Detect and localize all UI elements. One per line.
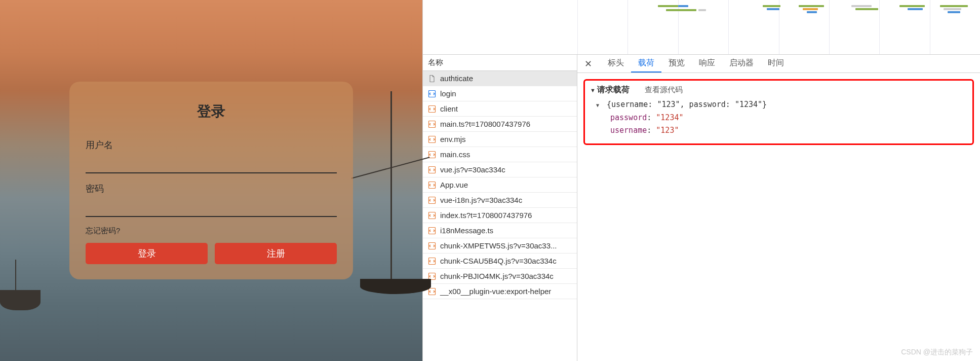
request-row[interactable]: i18nMessage.ts bbox=[423, 223, 577, 238]
request-name: vue-i18n.js?v=30ac334c bbox=[440, 196, 522, 204]
detail-tab[interactable]: 预览 bbox=[661, 55, 692, 73]
request-row[interactable]: chunk-XMPETW5S.js?v=30ac33... bbox=[423, 238, 577, 254]
request-rows: authticateloginclientmain.ts?t=170800743… bbox=[423, 71, 577, 361]
request-name: App.vue bbox=[440, 181, 468, 189]
js-file-icon bbox=[428, 120, 436, 128]
login-card: 登录 用户名 密码 忘记密码? 登录 注册 bbox=[69, 82, 353, 279]
network-request-list: 名称 authticateloginclientmain.ts?t=170800… bbox=[423, 55, 577, 361]
detail-tab[interactable]: 启动器 bbox=[722, 55, 761, 73]
request-name: chunk-XMPETW5S.js?v=30ac33... bbox=[440, 241, 557, 250]
request-row[interactable]: vue-i18n.js?v=30ac334c bbox=[423, 193, 577, 208]
login-page: 登录 用户名 密码 忘记密码? 登录 注册 bbox=[0, 0, 422, 361]
js-file-icon bbox=[428, 166, 436, 174]
request-row[interactable]: login bbox=[423, 86, 577, 101]
payload-highlight: 请求载荷 查看源代码 {username: "123", password: "… bbox=[583, 79, 974, 145]
username-input[interactable] bbox=[86, 157, 337, 173]
request-row[interactable]: __x00__plugin-vue:export-helper bbox=[423, 284, 577, 299]
button-row: 登录 注册 bbox=[86, 243, 337, 264]
js-file-icon bbox=[428, 242, 436, 250]
password-label: 密码 bbox=[86, 183, 337, 195]
js-file-icon bbox=[428, 257, 436, 265]
request-name: chunk-PBJIO4MK.js?v=30ac334c bbox=[440, 272, 554, 280]
detail-tabs: ✕ 标头载荷预览响应启动器时间 bbox=[577, 55, 980, 73]
password-group: 密码 bbox=[86, 183, 337, 217]
request-row[interactable]: vue.js?v=30ac334c bbox=[423, 162, 577, 177]
payload-property[interactable]: username: "123" bbox=[610, 124, 967, 137]
request-row[interactable]: env.mjs bbox=[423, 132, 577, 147]
request-name: login bbox=[440, 89, 456, 98]
view-source-link[interactable]: 查看源代码 bbox=[645, 85, 683, 95]
js-file-icon bbox=[428, 196, 436, 204]
request-name: chunk-CSAU5B4Q.js?v=30ac334c bbox=[440, 257, 557, 265]
detail-tab[interactable]: 标头 bbox=[601, 55, 631, 73]
devtools-body: 名称 authticateloginclientmain.ts?t=170800… bbox=[423, 55, 980, 361]
js-file-icon bbox=[428, 227, 436, 235]
request-name: __x00__plugin-vue:export-helper bbox=[440, 287, 551, 296]
payload-section-title[interactable]: 请求载荷 bbox=[590, 85, 630, 95]
payload-summary: {username: "123", password: "1234"} bbox=[607, 100, 767, 109]
request-detail-panel: ✕ 标头载荷预览响应启动器时间 请求载荷 查看源代码 {username: "1… bbox=[577, 55, 980, 361]
decorative-sailboat bbox=[390, 91, 392, 294]
request-row[interactable]: client bbox=[423, 101, 577, 117]
username-group: 用户名 bbox=[86, 139, 337, 173]
login-title: 登录 bbox=[86, 102, 337, 121]
request-row[interactable]: main.ts?t=1708007437976 bbox=[423, 117, 577, 132]
js-file-icon bbox=[428, 135, 436, 143]
forgot-password-link[interactable]: 忘记密码? bbox=[86, 226, 337, 236]
payload-property[interactable]: password: "1234" bbox=[610, 112, 967, 125]
detail-tab[interactable]: 时间 bbox=[761, 55, 791, 73]
detail-tab[interactable]: 响应 bbox=[692, 55, 722, 73]
request-name: main.css bbox=[440, 150, 470, 159]
doc-file-icon bbox=[428, 75, 436, 83]
detail-tab[interactable]: 载荷 bbox=[631, 55, 661, 73]
js-file-icon bbox=[428, 211, 436, 220]
payload-properties: password: "1234"username: "123" bbox=[596, 112, 967, 137]
request-name: i18nMessage.ts bbox=[440, 226, 493, 235]
payload-content: 请求载荷 查看源代码 {username: "123", password: "… bbox=[577, 73, 980, 361]
request-name: main.ts?t=1708007437976 bbox=[440, 120, 530, 128]
js-file-icon bbox=[428, 105, 436, 113]
close-icon[interactable]: ✕ bbox=[577, 58, 599, 69]
password-input[interactable] bbox=[86, 201, 337, 217]
register-button[interactable]: 注册 bbox=[215, 243, 337, 264]
devtools-panel: 名称 authticateloginclientmain.ts?t=170800… bbox=[422, 0, 980, 361]
decorative-boat bbox=[0, 290, 41, 310]
html-file-icon bbox=[428, 90, 436, 98]
payload-tree: {username: "123", password: "1234"} pass… bbox=[590, 98, 967, 137]
js-file-icon bbox=[428, 181, 436, 189]
request-name: client bbox=[440, 104, 458, 113]
request-name: index.ts?t=1708007437976 bbox=[440, 211, 532, 220]
request-row[interactable]: main.css bbox=[423, 147, 577, 162]
request-name: vue.js?v=30ac334c bbox=[440, 165, 505, 174]
login-button[interactable]: 登录 bbox=[86, 243, 208, 264]
request-row[interactable]: chunk-CSAU5B4Q.js?v=30ac334c bbox=[423, 254, 577, 269]
request-row[interactable]: index.ts?t=1708007437976 bbox=[423, 208, 577, 223]
request-name: env.mjs bbox=[440, 135, 466, 143]
tree-root-toggle[interactable]: {username: "123", password: "1234"} bbox=[596, 98, 967, 112]
list-header-name[interactable]: 名称 bbox=[423, 55, 577, 71]
watermark: CSDN @进击的菜狗子 bbox=[901, 348, 973, 357]
request-name: authticate bbox=[440, 74, 473, 83]
username-label: 用户名 bbox=[86, 139, 337, 151]
request-row[interactable]: chunk-PBJIO4MK.js?v=30ac334c bbox=[423, 269, 577, 284]
request-row[interactable]: authticate bbox=[423, 71, 577, 86]
request-row[interactable]: App.vue bbox=[423, 177, 577, 193]
network-waterfall[interactable] bbox=[423, 0, 980, 55]
